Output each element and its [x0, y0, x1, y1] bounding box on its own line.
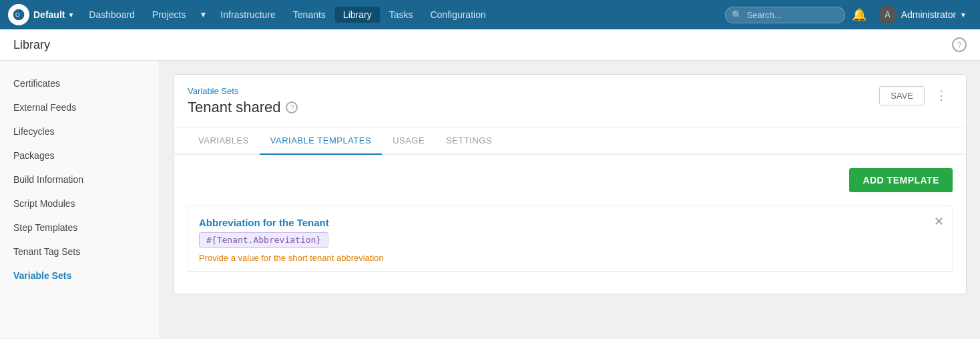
nav-search-input[interactable]: [725, 7, 845, 23]
content-card: Variable Sets Tenant shared ? SAVE ⋮ VAR…: [174, 74, 967, 294]
nav-link-tenants[interactable]: Tenants: [285, 7, 334, 23]
top-nav: O Default ▼ Dashboard Projects ▼ Infrast…: [0, 0, 980, 29]
template-close-button[interactable]: ✕: [934, 214, 944, 229]
content-area: Variable Sets Tenant shared ? SAVE ⋮ VAR…: [160, 61, 980, 338]
template-description: Provide a value for the short tenant abb…: [199, 253, 941, 263]
nav-brand-chevron: ▼: [67, 11, 74, 19]
sidebar-item-variable-sets[interactable]: Variable Sets: [0, 264, 160, 288]
help-button[interactable]: ?: [952, 37, 967, 52]
tab-usage[interactable]: USAGE: [382, 127, 435, 155]
sidebar-item-script-modules[interactable]: Script Modules: [0, 192, 160, 216]
card-title-help-icon[interactable]: ?: [286, 101, 298, 113]
page-title: Library: [13, 38, 50, 52]
template-divider: [188, 271, 952, 272]
nav-link-infrastructure[interactable]: Infrastructure: [212, 7, 283, 23]
sidebar-item-tenant-tag-sets[interactable]: Tenant Tag Sets: [0, 240, 160, 264]
nav-user-chevron: ▼: [960, 11, 967, 19]
nav-link-tasks[interactable]: Tasks: [381, 7, 421, 23]
template-variable-badge: #{Tenant.Abbreviation}: [199, 232, 328, 248]
template-item: ✕ Abbreviation for the Tenant #{Tenant.A…: [188, 206, 953, 272]
sidebar-item-certificates[interactable]: Certificates: [0, 71, 160, 95]
tab-variable-templates[interactable]: VARIABLE TEMPLATES: [260, 127, 382, 155]
avatar: A: [879, 5, 897, 24]
nav-username: Administrator: [901, 9, 956, 20]
tab-variables[interactable]: VARIABLES: [188, 127, 260, 155]
add-template-button[interactable]: ADD TEMPLATE: [849, 168, 953, 192]
nav-user[interactable]: A Administrator ▼: [873, 3, 972, 27]
card-header: Variable Sets Tenant shared ? SAVE ⋮: [174, 75, 966, 127]
nav-bell[interactable]: 🔔: [846, 5, 872, 25]
more-options-button[interactable]: ⋮: [930, 85, 953, 105]
sidebar-item-lifecycles[interactable]: Lifecycles: [0, 119, 160, 143]
sidebar: Certificates External Feeds Lifecycles P…: [0, 61, 160, 338]
sidebar-item-packages[interactable]: Packages: [0, 143, 160, 167]
sidebar-item-build-information[interactable]: Build Information: [0, 167, 160, 192]
nav-projects-dropdown[interactable]: ▼: [195, 7, 211, 22]
save-button[interactable]: SAVE: [879, 86, 925, 105]
card-title: Tenant shared: [188, 99, 280, 116]
nav-link-projects[interactable]: Projects: [144, 7, 194, 23]
nav-link-configuration[interactable]: Configuration: [422, 7, 493, 23]
nav-link-library[interactable]: Library: [335, 7, 380, 23]
sidebar-item-step-templates[interactable]: Step Templates: [0, 216, 160, 240]
tabs-bar: VARIABLES VARIABLE TEMPLATES USAGE SETTI…: [174, 127, 966, 155]
nav-search-wrap: 🔍: [725, 7, 845, 23]
card-header-actions: SAVE ⋮: [879, 85, 953, 105]
breadcrumb-link[interactable]: Variable Sets: [188, 86, 238, 96]
tab-content: ADD TEMPLATE ✕ Abbreviation for the Tena…: [174, 155, 966, 294]
card-title-row: Tenant shared ?: [188, 99, 298, 116]
tab-settings[interactable]: SETTINGS: [435, 127, 503, 155]
add-template-row: ADD TEMPLATE: [188, 168, 953, 192]
nav-brand[interactable]: Default ▼: [33, 9, 74, 20]
page-header: Library ?: [0, 29, 980, 61]
card-header-left: Variable Sets Tenant shared ?: [188, 85, 298, 116]
nav-link-dashboard[interactable]: Dashboard: [81, 7, 143, 23]
sidebar-item-external-feeds[interactable]: External Feeds: [0, 95, 160, 119]
template-name[interactable]: Abbreviation for the Tenant: [199, 217, 941, 228]
nav-brand-label: Default: [33, 9, 65, 20]
nav-logo[interactable]: O: [8, 4, 29, 25]
svg-text:O: O: [15, 11, 20, 18]
